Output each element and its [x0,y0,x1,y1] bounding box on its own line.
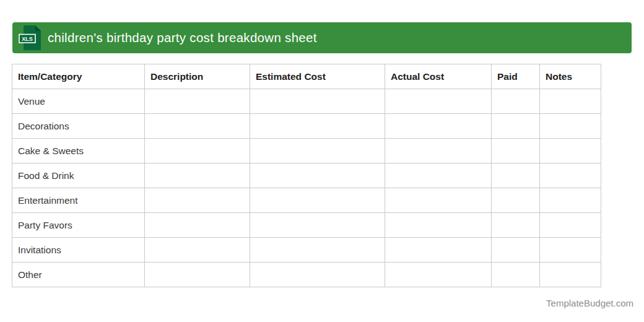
table-cell-empty [492,114,540,139]
table-row-other: Other [12,263,601,287]
column-header-notes: Notes [540,64,601,89]
table-cell-empty [492,89,540,114]
row-label: Entertainment [12,188,145,213]
table-cell-empty [492,139,540,163]
table-cell-empty [385,163,492,188]
table-cell-empty [492,163,540,188]
row-label: Party Favors [12,213,145,238]
table-row-decorations: Decorations [12,114,601,139]
table-row-food-drink: Food & Drink [12,163,601,188]
table-cell-empty [385,114,492,139]
table-cell-empty [492,188,540,213]
page-title: children's birthday party cost breakdown… [48,30,317,45]
table-cell-empty [540,139,601,163]
table-row-cake-sweets: Cake & Sweets [12,139,601,163]
table-cell-empty [492,213,540,238]
column-header-description: Description [145,64,250,89]
cost-breakdown-table: Item/Category Description Estimated Cost… [12,64,601,287]
row-label: Venue [12,89,145,114]
table-cell-empty [145,89,250,114]
table-cell-empty [145,213,250,238]
table-row-venue: Venue [12,89,601,114]
table-cell-empty [250,139,385,163]
table-cell-empty [250,188,385,213]
table-cell-empty [385,139,492,163]
table-cell-empty [250,89,385,114]
table-cell-empty [385,188,492,213]
table-row-entertainment: Entertainment [12,188,601,213]
table-cell-empty [540,89,601,114]
row-label: Other [12,263,145,287]
column-header-actual-cost: Actual Cost [385,64,492,89]
row-label: Food & Drink [12,163,145,188]
template-preview-page: XLS children's birthday party cost break… [0,0,644,322]
row-label: Decorations [12,114,145,139]
row-label: Cake & Sweets [12,139,145,163]
table-cell-empty [385,238,492,263]
table-cell-empty [145,238,250,263]
table-cell-empty [145,263,250,287]
column-header-item-category: Item/Category [12,64,145,89]
site-credit-link[interactable]: TemplateBudget.com [546,298,633,308]
column-header-estimated-cost: Estimated Cost [250,64,385,89]
table-cell-empty [250,213,385,238]
table-cell-empty [492,263,540,287]
table-row-invitations: Invitations [12,238,601,263]
table-cell-empty [540,163,601,188]
xls-badge-text: XLS [22,36,33,42]
table-row-party-favors: Party Favors [12,213,601,238]
table-cell-empty [385,89,492,114]
table-header-row: Item/Category Description Estimated Cost… [12,64,601,89]
row-label: Invitations [12,238,145,263]
table-cell-empty [145,114,250,139]
table-cell-empty [145,163,250,188]
column-header-paid: Paid [492,64,540,89]
table-cell-empty [250,238,385,263]
table-cell-empty [145,139,250,163]
table-cell-empty [250,114,385,139]
table-cell-empty [540,263,601,287]
table-cell-empty [540,213,601,238]
table-cell-empty [492,238,540,263]
table-cell-empty [385,213,492,238]
table-cell-empty [385,263,492,287]
table-cell-empty [540,188,601,213]
table-cell-empty [250,163,385,188]
table-cell-empty [145,188,250,213]
table-cell-empty [250,263,385,287]
table-cell-empty [540,238,601,263]
table-cell-empty [540,114,601,139]
title-bar: XLS children's birthday party cost break… [12,22,632,53]
xls-file-icon: XLS [18,25,43,51]
